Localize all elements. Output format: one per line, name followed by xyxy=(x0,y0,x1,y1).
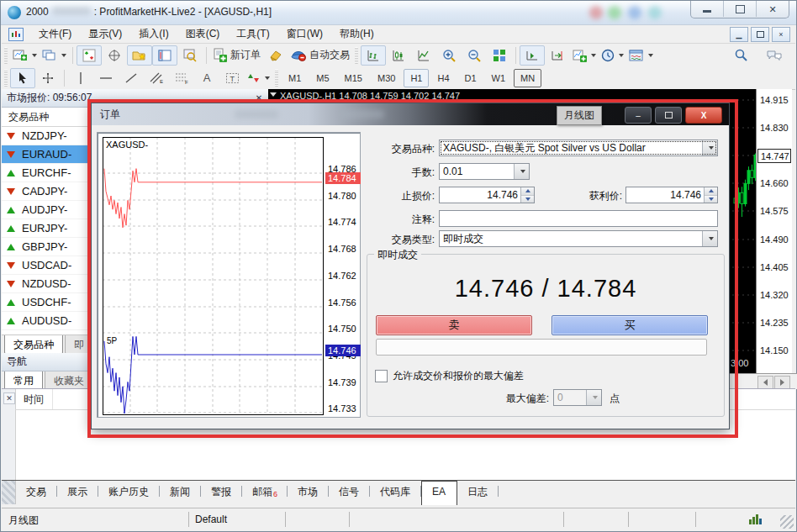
timeframe-button[interactable]: MN xyxy=(514,69,541,87)
menu-item[interactable]: 窗口(W) xyxy=(278,26,331,41)
deviation-checkbox-label[interactable]: 允许成交价和报价的最大偏差 xyxy=(393,369,524,383)
profiles-button[interactable] xyxy=(40,45,69,66)
price-axis[interactable]: 14.91514.83014.66014.57514.49014.40514.3… xyxy=(756,89,792,373)
menu-item[interactable]: 图表(C) xyxy=(177,26,229,41)
volume-combobox-arrow[interactable] xyxy=(514,164,529,179)
timeframe-button[interactable]: M1 xyxy=(282,69,308,87)
menu-item[interactable]: 显示(V) xyxy=(80,26,130,41)
new-order-button[interactable]: 新订单 xyxy=(210,45,263,66)
order-type-combobox[interactable]: 即时成交 xyxy=(439,230,718,247)
equidistant-channel-tool-button[interactable]: E xyxy=(144,68,169,88)
minimize-button[interactable] xyxy=(691,1,724,17)
search-button[interactable] xyxy=(728,45,753,66)
strategy-tester-button[interactable] xyxy=(177,45,203,66)
trendline-tool-button[interactable] xyxy=(119,68,144,88)
buy-button[interactable]: 买 xyxy=(552,315,708,335)
toolbar-grip[interactable] xyxy=(4,47,8,64)
text-label-tool-button[interactable]: T xyxy=(219,68,245,88)
volume-combobox[interactable]: 0.01 xyxy=(439,163,530,180)
terminal-tab[interactable]: 市场 xyxy=(288,481,329,504)
new-chart-button[interactable] xyxy=(10,45,40,66)
cursor-tool-button[interactable] xyxy=(10,68,35,88)
timeframe-button[interactable]: M30 xyxy=(371,69,402,87)
data-window-button[interactable] xyxy=(102,45,127,66)
community-chat-button[interactable] xyxy=(762,45,787,66)
metaeditor-button[interactable] xyxy=(263,45,288,66)
timeframe-button[interactable]: M15 xyxy=(338,69,369,87)
symbol-combobox[interactable]: XAGUSD-, 白银美元 Spot Silver vs US Dollar xyxy=(439,140,718,156)
line-chart-type-button[interactable] xyxy=(411,45,436,66)
crosshair-tool-button[interactable] xyxy=(35,68,61,88)
toolbar-grip[interactable] xyxy=(4,70,8,87)
menu-item[interactable]: 文件(F) xyxy=(30,26,80,41)
child-minimize-button[interactable]: ▁ xyxy=(730,27,748,42)
terminal-tab[interactable]: EA xyxy=(421,481,457,505)
market-watch-tab[interactable]: 即 xyxy=(65,335,93,355)
terminal-tab[interactable]: 新闻 xyxy=(160,481,201,504)
toolbar-grip[interactable] xyxy=(355,47,358,64)
menu-item[interactable]: 工具(T) xyxy=(228,26,277,41)
child-close-button[interactable]: × xyxy=(772,27,790,42)
terminal-tab[interactable]: 账户历史 xyxy=(98,481,160,504)
tile-windows-button[interactable] xyxy=(487,45,512,66)
navigator-toggle-button[interactable] xyxy=(127,45,152,66)
templates-button[interactable] xyxy=(626,45,656,66)
periods-button[interactable] xyxy=(599,45,626,66)
spin-down-button[interactable] xyxy=(705,196,717,203)
sell-button[interactable]: 卖 xyxy=(376,315,532,335)
bar-chart-type-button[interactable] xyxy=(361,45,386,66)
deviation-checkbox[interactable] xyxy=(375,370,388,382)
terminal-tab[interactable]: 交易 xyxy=(16,481,57,504)
spin-up-button[interactable] xyxy=(521,187,534,196)
timeframe-button[interactable]: H1 xyxy=(404,69,429,87)
market-watch-tab[interactable]: 交易品种 xyxy=(4,335,63,355)
terminal-tab[interactable]: 警报 xyxy=(201,481,242,504)
take-profit-spinner[interactable]: 14.746 xyxy=(625,187,718,203)
arrows-tool-button[interactable] xyxy=(245,68,272,88)
horizontal-line-tool-button[interactable] xyxy=(93,68,119,88)
timeframe-button[interactable]: W1 xyxy=(485,69,513,87)
close-button[interactable] xyxy=(757,1,789,17)
child-restore-button[interactable] xyxy=(751,27,769,42)
terminal-close-button[interactable]: ✕ xyxy=(3,392,15,404)
terminal-tab[interactable]: 代码库 xyxy=(370,481,421,504)
timeframe-button[interactable]: D1 xyxy=(458,69,483,87)
market-watch-close-button[interactable]: ✕ xyxy=(253,92,265,103)
zoom-in-button[interactable] xyxy=(436,45,462,66)
timeframe-button[interactable]: M5 xyxy=(309,69,335,87)
tab-strip-grip[interactable] xyxy=(2,481,16,504)
timeframe-button[interactable]: H4 xyxy=(430,69,456,87)
spin-down-button[interactable] xyxy=(521,196,534,203)
dialog-minimize-button[interactable]: – xyxy=(625,107,652,124)
comment-input[interactable] xyxy=(439,210,718,227)
candlestick-chart-type-button[interactable] xyxy=(386,45,411,66)
zoom-out-button[interactable] xyxy=(462,45,487,66)
symbol-combobox-arrow[interactable] xyxy=(702,140,717,155)
status-profile[interactable]: Default xyxy=(195,514,227,525)
maximize-button[interactable] xyxy=(724,1,757,17)
spin-up-button[interactable] xyxy=(705,187,717,196)
scroll-left-button[interactable] xyxy=(757,376,773,389)
terminal-toggle-button[interactable] xyxy=(152,45,177,66)
terminal-tab[interactable]: 邮箱6 xyxy=(242,481,288,504)
terminal-time-column-header[interactable]: 时间 xyxy=(15,389,53,409)
text-tool-button[interactable]: A xyxy=(194,68,219,88)
terminal-tab[interactable]: 日志 xyxy=(457,481,499,504)
chart-child-icon[interactable] xyxy=(8,28,24,41)
order-dialog-title-bar[interactable]: 订单 – X 月线图 xyxy=(92,103,729,125)
dialog-close-button[interactable]: X xyxy=(685,107,722,124)
fibonacci-tool-button[interactable]: F xyxy=(169,68,194,88)
market-watch-toggle-button[interactable] xyxy=(77,45,102,66)
autotrading-button[interactable]: 自动交易 xyxy=(288,45,352,66)
scroll-right-button[interactable] xyxy=(774,376,790,389)
order-type-combobox-arrow[interactable] xyxy=(702,231,717,246)
menu-item[interactable]: 插入(I) xyxy=(130,26,177,41)
stop-loss-spinner[interactable]: 14.746 xyxy=(439,187,535,203)
terminal-tab[interactable]: 信号 xyxy=(329,481,370,504)
dialog-restore-button[interactable] xyxy=(655,107,682,124)
indicators-button[interactable] xyxy=(570,45,599,66)
terminal-tab[interactable]: 展示 xyxy=(57,481,98,504)
toolbar-grip[interactable] xyxy=(275,70,278,87)
vertical-line-tool-button[interactable] xyxy=(68,68,93,88)
resize-grip-icon[interactable] xyxy=(780,515,794,529)
